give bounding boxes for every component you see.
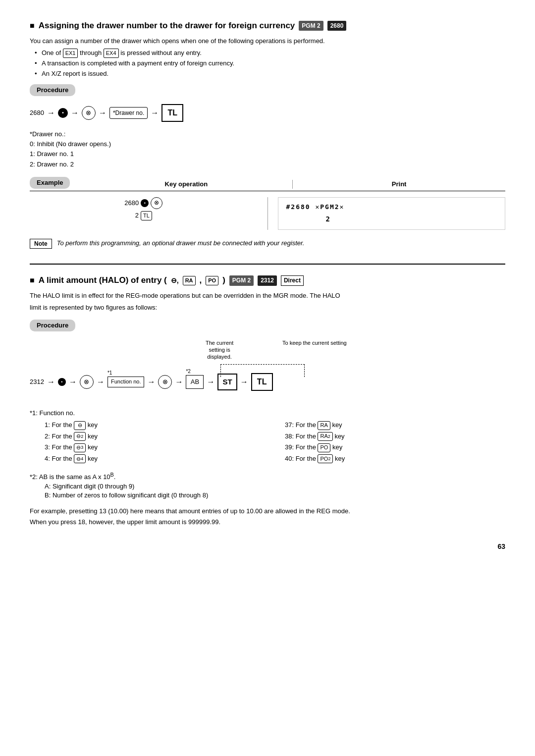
arrow-h2: →: [69, 377, 77, 387]
func-no-container: *1 Function no.: [107, 377, 145, 387]
print-line2: 2: [326, 215, 330, 224]
print-label: Print: [392, 180, 407, 188]
section-divider: [30, 264, 505, 265]
print-output: #2680 ✕PGM2✕ 2: [278, 197, 506, 230]
otimes-key-1: ⊗: [82, 106, 96, 120]
section1-title: ■ Assigning the drawer number to the dra…: [30, 20, 505, 32]
key-operation-label: Key operation: [165, 180, 208, 188]
dashed-h1: [220, 364, 305, 365]
fn-notes-section: *1: Function no. 1: For the ⊖ key 37: Fo…: [30, 409, 505, 464]
otimes-h2: ⊗: [158, 375, 172, 389]
key-otimes-ex: ⊗: [151, 197, 162, 209]
fn-note2-section: *2: AB is the same as A x 10B. A: Signif…: [30, 471, 505, 500]
flow-diagram-1: 2680 → • → ⊗ → *Drawer no. → TL: [30, 104, 505, 122]
arrow-h3: →: [97, 377, 105, 387]
note-text-1: To perform this programming, an optional…: [57, 239, 305, 248]
section2-intro2: limit is represented by two figures as f…: [30, 303, 505, 312]
ra-key: RA: [318, 421, 330, 430]
footer-1: For example, presetting 13 (10.00) here …: [30, 507, 505, 516]
arrow-h1: →: [47, 377, 55, 387]
arrow-2: →: [71, 108, 79, 118]
fn-4-left: 4: For the ⊖4 key: [45, 454, 265, 464]
fn-grid: 1: For the ⊖ key 37: For the RA key 2: F…: [45, 421, 505, 464]
current-setting-label: The currentsetting isdisplayed.: [206, 339, 233, 361]
example-label: Example: [30, 177, 70, 189]
fn-note2-title: *2: AB is the same as A x 10B.: [30, 471, 505, 482]
theta3-key: ⊖3: [74, 443, 86, 452]
dashed-v2: [304, 364, 305, 377]
key-op-row2: 2 TL: [135, 211, 152, 220]
ex4-key: EX4: [104, 49, 119, 58]
key-dot: •: [141, 199, 149, 207]
po2-key: PO2: [318, 454, 333, 463]
arrow-h6: →: [207, 377, 214, 387]
arrow-h7: →: [240, 377, 248, 387]
drawer-notes: *Drawer no.: 0: Inhibit (No drawer opens…: [30, 130, 505, 169]
drawer-note-2: 2: Drawer no. 2: [30, 160, 505, 169]
bullet-dot-h: •: [58, 378, 66, 386]
tl-key-1: TL: [161, 104, 183, 122]
procedure-label-2: Procedure: [30, 320, 75, 331]
ab-box: AB: [186, 375, 204, 389]
section2-title: ■ A limit amount (HALO) of entry ( ⊖, RA…: [30, 274, 505, 286]
func-no-box: Function no.: [107, 377, 145, 387]
drawer-note-0: 0: Inhibit (No drawer opens.): [30, 140, 505, 149]
arrow-3: →: [99, 108, 107, 118]
example-section-1: Example Key operation Print 2680 • ⊗ 2 T…: [30, 177, 505, 230]
pgm2-badge: PGM 2: [299, 21, 323, 31]
otimes-h1: ⊗: [80, 375, 94, 389]
ra-badge: RA: [183, 276, 196, 285]
bullet-dot-1: •: [58, 108, 68, 118]
tl-key-ex: TL: [141, 211, 152, 220]
procedure-label-1: Procedure: [30, 84, 75, 96]
halo-flow-container: The currentsetting isdisplayed. To keep …: [30, 339, 505, 399]
ra2-key: RA2: [318, 432, 332, 441]
fn-1-right: 37: For the RA key: [285, 421, 505, 430]
arrow-h4: →: [147, 377, 155, 387]
flow-start-2680: 2680: [30, 108, 44, 117]
fn-4-right: 40: For the PO2 key: [285, 454, 505, 464]
fn-3-left: 3: For the ⊖3 key: [45, 443, 265, 452]
fn-note2-a: A: Significant digit (0 through 9): [45, 482, 505, 491]
footer-2: When you press 18, however, the upper li…: [30, 518, 505, 527]
bullet-1: One of EX1 through EX4 is pressed withou…: [35, 49, 505, 58]
po-key: PO: [318, 443, 330, 452]
keep-current-label: To keep the current setting: [282, 339, 347, 347]
fn-note-title: *1: Function no.: [30, 409, 505, 418]
theta4-key: ⊖4: [74, 454, 86, 463]
star1-label: *1: [107, 370, 112, 377]
po-badge: PO: [206, 276, 218, 285]
print-line1: #2680 ✕PGM2✕: [286, 203, 345, 212]
note-label-1: Note: [30, 239, 52, 249]
drawer-note-title: *Drawer no.:: [30, 130, 505, 139]
drawer-note-1: 1: Drawer no. 1: [30, 150, 505, 159]
ex1-key: EX1: [63, 49, 78, 58]
ab-container: *2 AB: [186, 375, 204, 389]
fn-note2-b: B: Number of zeros to follow significant…: [45, 491, 505, 500]
arrow-h5: →: [175, 377, 183, 387]
code2312-badge: 2312: [258, 275, 277, 286]
direct-badge: Direct: [281, 275, 304, 286]
arrow-1: →: [47, 108, 55, 118]
key-op-row1: 2680 • ⊗: [124, 197, 162, 209]
bullet-3: An X/Z report is issued.: [35, 69, 505, 78]
fn-2-right: 38: For the RA2 key: [285, 432, 505, 441]
flow-start-2312: 2312: [30, 378, 44, 386]
fn-2-left: 2: For the ⊖2 key: [45, 432, 265, 441]
code2680-badge: 2680: [327, 21, 347, 31]
pgm2-badge-2: PGM 2: [229, 275, 254, 286]
tl-key-h: TL: [251, 373, 273, 391]
note-box-1: Note To perform this programming, an opt…: [30, 239, 505, 249]
section1-intro: You can assign a number of the drawer wh…: [30, 37, 505, 46]
drawer-no-box: *Drawer no.: [109, 107, 148, 119]
theta2-key: ⊖2: [74, 432, 86, 441]
page-number: 63: [30, 542, 505, 552]
section2-intro1: The HALO limit is in effect for the REG-…: [30, 291, 505, 300]
halo-flow-row: 2312 → • → ⊗ → *1 Function no. → ⊗ → *2 …: [30, 373, 273, 391]
arrow-4: →: [151, 108, 159, 118]
star2-label: *2: [186, 368, 190, 375]
st-box: ST: [217, 374, 237, 390]
fn-1-left: 1: For the ⊖ key: [45, 421, 265, 430]
theta-key: ⊖: [74, 421, 86, 430]
bullet-2: A transaction is completed with a paymen…: [35, 59, 505, 68]
